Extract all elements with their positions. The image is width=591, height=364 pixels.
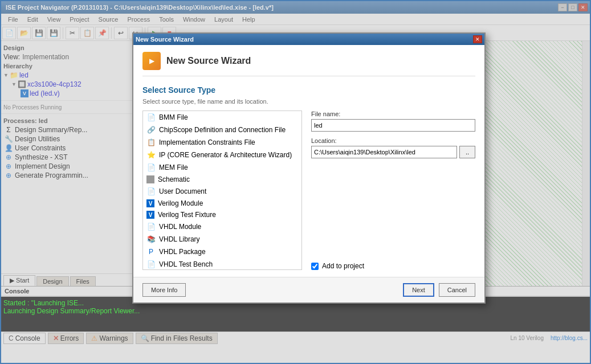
- wizard-title: New Source Wizard: [166, 56, 251, 66]
- next-button[interactable]: Next: [403, 283, 434, 297]
- user-doc-label: User Document: [159, 187, 206, 195]
- constraints-label: Implementation Constraints File: [159, 138, 255, 146]
- file-name-group: File name:: [311, 111, 475, 132]
- footer-right: Next Cancel: [403, 283, 475, 297]
- bmm-label: BMM File: [159, 113, 188, 121]
- verilog-test-label: Verilog Test Fixture: [158, 211, 216, 219]
- source-item-mem[interactable]: 📄 MEM File: [143, 161, 301, 174]
- section-subtitle: Select source type, file name and its lo…: [142, 98, 475, 105]
- source-item-vhdl-module[interactable]: 📄 VHDL Module: [143, 220, 301, 233]
- location-input[interactable]: [311, 146, 457, 158]
- verilog-module-label: Verilog Module: [158, 199, 203, 207]
- location-label: Location:: [311, 137, 475, 144]
- source-item-ip[interactable]: ⭐ IP (CORE Generator & Architecture Wiza…: [143, 149, 301, 161]
- source-item-vhdl-package[interactable]: P VHDL Package: [143, 246, 301, 258]
- vhdl-library-label: VHDL Library: [159, 235, 200, 243]
- verilog-test-icon: V: [146, 211, 154, 219]
- add-to-project-label: Add to project: [322, 262, 364, 270]
- source-type-list[interactable]: 📄 BMM File 🔗 ChipScope Definition and Co…: [142, 111, 302, 270]
- mem-icon: 📄: [146, 163, 156, 172]
- chipscope-label: ChipScope Definition and Connection File: [159, 126, 286, 134]
- cancel-button[interactable]: Cancel: [439, 283, 475, 297]
- ip-icon: ⭐: [146, 150, 156, 159]
- dialog-close-button[interactable]: ✕: [473, 35, 482, 43]
- source-item-verilog-test[interactable]: V Verilog Test Fixture: [143, 209, 301, 220]
- source-item-constraints[interactable]: 📋 Implementation Constraints File: [143, 136, 301, 149]
- source-item-vhdl-library[interactable]: 📚 VHDL Library: [143, 233, 301, 246]
- verilog-module-icon: V: [146, 199, 154, 207]
- wizard-icon-symbol: ▶: [149, 57, 154, 65]
- dialog-titlebar: New Source Wizard ✕: [133, 34, 484, 45]
- dialog-title: New Source Wizard: [136, 36, 194, 43]
- source-item-vhdl-testbench[interactable]: 📄 VHDL Test Bench: [143, 258, 301, 270]
- location-row: ..: [311, 146, 475, 158]
- dialog-body: ▶ New Source Wizard Select Source Type S…: [133, 45, 484, 277]
- vhdl-testbench-icon: 📄: [146, 260, 156, 269]
- source-item-schematic[interactable]: Schematic: [143, 174, 301, 185]
- source-item-chipscope[interactable]: 🔗 ChipScope Definition and Connection Fi…: [143, 124, 301, 136]
- browse-button[interactable]: ..: [459, 146, 475, 158]
- mem-label: MEM File: [159, 163, 188, 171]
- schematic-label: Schematic: [158, 175, 190, 183]
- dialog-content: 📄 BMM File 🔗 ChipScope Definition and Co…: [142, 111, 475, 270]
- more-info-button[interactable]: More Info: [142, 283, 186, 297]
- wizard-header: ▶ New Source Wizard: [142, 52, 475, 76]
- user-doc-icon: 📄: [146, 187, 156, 196]
- source-item-bmm[interactable]: 📄 BMM File: [143, 111, 301, 124]
- vhdl-package-label: VHDL Package: [159, 248, 206, 256]
- add-to-project-checkbox[interactable]: [311, 263, 319, 270]
- constraints-icon: 📋: [146, 138, 156, 147]
- section-title: Select Source Type: [142, 85, 475, 95]
- vhdl-testbench-label: VHDL Test Bench: [159, 260, 213, 268]
- chipscope-icon: 🔗: [146, 125, 156, 134]
- file-details-form: File name: Location: .. Add to pro: [311, 111, 475, 270]
- main-window: ISE Project Navigator (P.20131013) - C:\…: [0, 0, 591, 364]
- footer-left: More Info: [142, 283, 186, 297]
- dialog-footer: More Info Next Cancel: [133, 277, 484, 302]
- source-item-verilog-module[interactable]: V Verilog Module: [143, 198, 301, 209]
- bmm-icon: 📄: [146, 113, 156, 122]
- new-source-wizard-dialog: New Source Wizard ✕ ▶ New Source Wizard …: [132, 32, 486, 304]
- vhdl-module-label: VHDL Module: [159, 223, 201, 231]
- location-group: Location: ..: [311, 137, 475, 163]
- file-name-label: File name:: [311, 111, 475, 117]
- add-to-project-group: Add to project: [311, 205, 475, 270]
- ip-label: IP (CORE Generator & Architecture Wizard…: [159, 151, 292, 159]
- vhdl-module-icon: 📄: [146, 222, 156, 231]
- file-name-input[interactable]: [311, 119, 475, 132]
- vhdl-library-icon: 📚: [146, 235, 156, 244]
- add-to-project-row: Add to project: [311, 262, 475, 270]
- vhdl-package-icon: P: [146, 247, 156, 256]
- schematic-icon: [146, 175, 154, 183]
- source-item-user-doc[interactable]: 📄 User Document: [143, 185, 301, 198]
- wizard-icon: ▶: [142, 52, 161, 70]
